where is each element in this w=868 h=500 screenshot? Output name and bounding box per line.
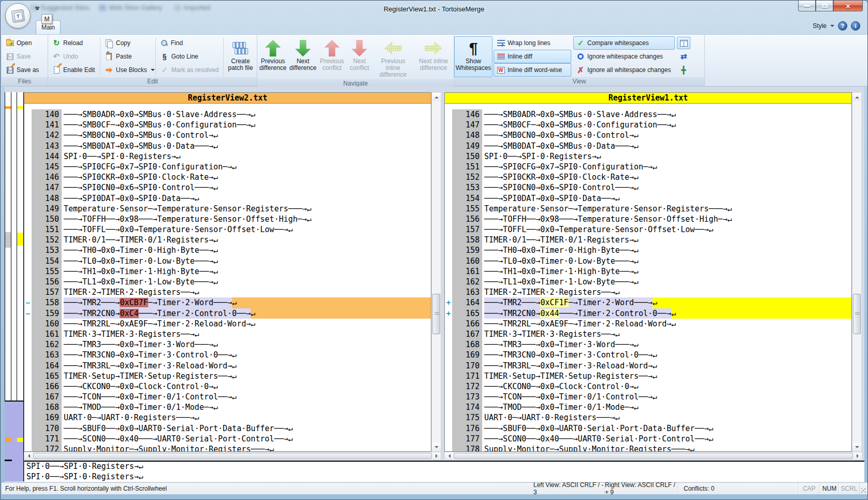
save-as-button[interactable]: Save as [3, 63, 47, 77]
scroll-right-button[interactable] [853, 452, 862, 460]
diff-line[interactable]: 140───→SMB0ADR→0x0→SMBus·0·Slave·Address… [24, 109, 431, 120]
diff-line[interactable]: 151───→SPI0CFG→0x7→SPI0·Configuration─→↵ [445, 162, 851, 172]
paste-button[interactable]: Paste [102, 50, 154, 63]
diff-line[interactable]: 167TIMER·3→TIMER·3·Registers──→↵ [445, 329, 851, 339]
inline-diff-word-wise-button[interactable]: WInline diff word-wise [494, 63, 571, 77]
diff-line[interactable]: 177───→SCON0──→0x40───→UART0·Serial·Port… [445, 434, 851, 444]
diff-line[interactable]: 166───→CKCON0─→0x0→Clock·Control·0→↵ [24, 381, 431, 392]
undo-button[interactable]: ↶Undo [49, 50, 98, 63]
wrap-long-lines-button[interactable]: Wrap long lines [494, 36, 571, 50]
compare-whitespaces-button[interactable]: ✓Compare whitespaces [573, 36, 675, 50]
diff-line[interactable]: 146───→SMB0ADR→0x0→SMBus·0·Slave·Address… [445, 109, 851, 120]
minimize-button[interactable] [798, 1, 816, 11]
right-vertical-scrollbar[interactable] [852, 92, 862, 452]
right-horizontal-scrollbar[interactable] [444, 452, 862, 460]
diff-line[interactable]: 172Supply·Monitor─→Supply·Monitor·Regist… [24, 444, 431, 451]
diff-line[interactable]: 147───→SPI0CN0→0x6→SPI0·Control───→↵ [24, 182, 431, 193]
show-whitespaces-button[interactable]: ¶Show Whitespaces [454, 36, 493, 77]
open-button[interactable]: Open [3, 36, 47, 50]
inline-diff-button[interactable]: Inline diff [494, 50, 571, 63]
diff-line[interactable]: 151───→TOFFL──→0x0→Temperature·Sensor·Of… [24, 224, 431, 235]
scroll-down-button[interactable] [852, 443, 861, 451]
diff-line[interactable]: 149Temperature·Sensor─→Temperature·Senso… [24, 204, 431, 214]
maximize-button[interactable] [816, 1, 833, 11]
diff-line[interactable]: 152TIMER·0/1──→TIMER·0/1·Registers→↵ [24, 235, 431, 245]
scroll-right-button[interactable] [432, 452, 441, 460]
reload-button[interactable]: ↻Reload [49, 36, 98, 50]
diff-line[interactable]: 169───→TMR3CN0→0x0→Timer·3·Control·0──→↵ [445, 350, 851, 360]
diff-line[interactable]: 165TIMER·Setup→TIMER·Setup·Registers──→↵ [24, 371, 431, 381]
diff-line[interactable]: 154───→SPI0DAT→0x0→SPI0·Data──→↵ [445, 193, 851, 204]
scroll-up-button[interactable] [432, 93, 441, 101]
diff-line[interactable]: 162───→TL1→0x0→Timer·1·Low·Byte───→↵ [445, 277, 851, 287]
previous-difference-button[interactable]: Previous difference [257, 36, 288, 79]
diff-line[interactable]: 150───→TOFFH──→0x98───→Temperature·Senso… [24, 214, 431, 224]
close-button[interactable]: × [833, 1, 863, 11]
next-conflict-button[interactable]: Next conflict [346, 36, 372, 79]
copy-button[interactable]: Copy [102, 36, 154, 50]
diff-line[interactable]: 145───→SPI0CFG→0x7→SPI0·Configuration─→↵ [24, 162, 431, 172]
diff-line[interactable]: 170───→TMR3RL─→0x0→Timer·3·Reload·Word→↵ [445, 361, 851, 371]
diff-line[interactable]: 149───→SMB0DAT→0x0→SMBus·0·Data───→↵ [445, 141, 851, 151]
enable-edit-button[interactable]: Enable Edit [49, 63, 98, 77]
two-pane-layout-button[interactable] [677, 37, 690, 49]
previous-conflict-button[interactable]: Previous conflict [317, 36, 346, 79]
diff-line[interactable]: 168───→TMOD───→0x0→Timer·0/1·Mode─→↵ [24, 402, 431, 412]
right-file-pane[interactable]: RegisterView1.txt 146───→SMB0ADR→0x0→SMB… [444, 92, 852, 452]
ignore-all-whitespace-changes-button[interactable]: ✗Ignore all whitespace changes [573, 63, 675, 77]
quick-access-toolbar-dropdown[interactable] [35, 7, 40, 12]
diff-line[interactable]: 154───→TL0→0x0→Timer·0·Low·Byte───→↵ [24, 256, 431, 266]
title-bar[interactable]: Suggested Sites Web Slice Gallery Import… [1, 1, 867, 17]
help-button[interactable]: ? [838, 21, 847, 31]
diff-line[interactable]: 173───→TCON───→0x0→Timer·0/1·Control──→↵ [445, 392, 851, 402]
diff-locator-bar[interactable] [5, 92, 24, 481]
diff-line[interactable]: +164───→TMR2───→0xCF1F─→Timer·2·Word───→… [445, 297, 851, 308]
diff-line[interactable]: 150SPI·0──→SPI·0·Registers→↵ [445, 151, 851, 162]
diff-line[interactable]: 160───→TMR2RL─→0xAE9F─→Timer·2·Reload·Wo… [24, 319, 431, 329]
diff-line[interactable]: 156───→TL1→0x0→Timer·1·Low·Byte───→↵ [24, 277, 431, 287]
diff-line[interactable]: 153───→SPI0CN0→0x6→SPI0·Control───→↵ [445, 182, 851, 193]
diff-line[interactable]: 164───→TMR3RL─→0x0→Timer·3·Reload·Word→↵ [24, 361, 431, 371]
diff-line[interactable]: 148───→SMB0CN0→0x0→SMBus·0·Control→↵ [445, 130, 851, 140]
diff-line[interactable]: 158TIMER·0/1──→TIMER·0/1·Registers→↵ [445, 235, 851, 245]
scroll-down-button[interactable] [432, 443, 441, 451]
diff-line[interactable]: 155───→TH1→0x0→Timer·1·High·Byte──→↵ [24, 266, 431, 277]
diff-line[interactable]: 171TIMER·Setup→TIMER·Setup·Registers──→↵ [445, 371, 851, 381]
scroll-left-button[interactable] [24, 452, 33, 460]
goto-line-button[interactable]: §Goto Line [157, 50, 222, 63]
about-button[interactable]: i [851, 21, 860, 31]
diff-line[interactable]: 168───→TMR3───→0x0→Timer·3·Word───→↵ [445, 339, 851, 350]
next-inline-difference-button[interactable]: Next inline difference [414, 36, 453, 79]
left-file-pane[interactable]: RegisterView2.txt 140───→SMB0ADR→0x0→SMB… [24, 92, 431, 452]
diff-line[interactable]: −159───→TMR2CN0→0xC4───→Timer·2·Control·… [24, 308, 431, 319]
diff-line[interactable]: +165───→TMR2CN0→0x44───→Timer·2·Control·… [445, 308, 851, 319]
scrollbar-thumb[interactable] [454, 453, 853, 459]
diff-line[interactable]: 162───→TMR3───→0x0→Timer·3·Word───→↵ [24, 339, 431, 350]
diff-line[interactable]: 156───→TOFFH──→0x98───→Temperature·Senso… [445, 214, 851, 224]
scrollbar-thumb[interactable] [432, 294, 440, 334]
diff-line[interactable]: 148───→SPI0DAT→0x0→SPI0·Data──→↵ [24, 193, 431, 204]
diff-line[interactable]: 143───→SMB0DAT→0x0→SMBus·0·Data───→↵ [24, 141, 431, 151]
resize-grip[interactable] [859, 483, 867, 494]
diff-line[interactable]: 174───→TMOD───→0x0→Timer·0/1·Mode─→↵ [445, 402, 851, 412]
scrollbar-thumb[interactable] [853, 294, 861, 334]
diff-line[interactable]: 163TIMER·2→TIMER·2·Registers──→↵ [445, 287, 851, 297]
diff-line[interactable]: 153───→TH0→0x0→Timer·0·High·Byte──→↵ [24, 245, 431, 255]
diff-line[interactable]: 147───→SMB0CF─→0x0→SMBus·0·Configuration… [445, 120, 851, 130]
diff-line[interactable]: 146───→SPI0CKR→0x0→SPI0·Clock·Rate→↵ [24, 172, 431, 182]
diff-line[interactable]: 169UART·0─→UART·0·Registers───→↵ [24, 412, 431, 423]
diff-line[interactable]: 172───→CKCON0─→0x0→Clock·Control·0→↵ [445, 381, 851, 392]
scrollbar-thumb[interactable] [33, 453, 432, 459]
mark-as-resolved-button[interactable]: ✓Mark as resolved [157, 63, 222, 77]
diff-line[interactable]: 159───→TH0→0x0→Timer·0·High·Byte──→↵ [445, 245, 851, 255]
diff-line[interactable]: 178Supply·Monitor─→Supply·Monitor·Regist… [445, 444, 851, 451]
diff-line[interactable]: 166───→TMR2RL─→0xAE9F─→Timer·2·Reload·Wo… [445, 319, 851, 329]
chevron-down-icon[interactable] [830, 25, 834, 29]
diff-line[interactable]: 160───→TL0→0x0→Timer·0·Low·Byte───→↵ [445, 256, 851, 266]
scroll-up-button[interactable] [852, 93, 861, 101]
diff-line[interactable]: 167───→TCON───→0x0→Timer·0/1·Control──→↵ [24, 392, 431, 402]
diff-line[interactable]: 155Temperature·Sensor─→Temperature·Senso… [445, 204, 851, 214]
diff-line[interactable]: 142───→SMB0CN0→0x0→SMBus·0·Control→↵ [24, 130, 431, 140]
switch-left-right-button[interactable]: ⇄ [677, 50, 690, 63]
find-button[interactable]: Find [157, 36, 222, 50]
